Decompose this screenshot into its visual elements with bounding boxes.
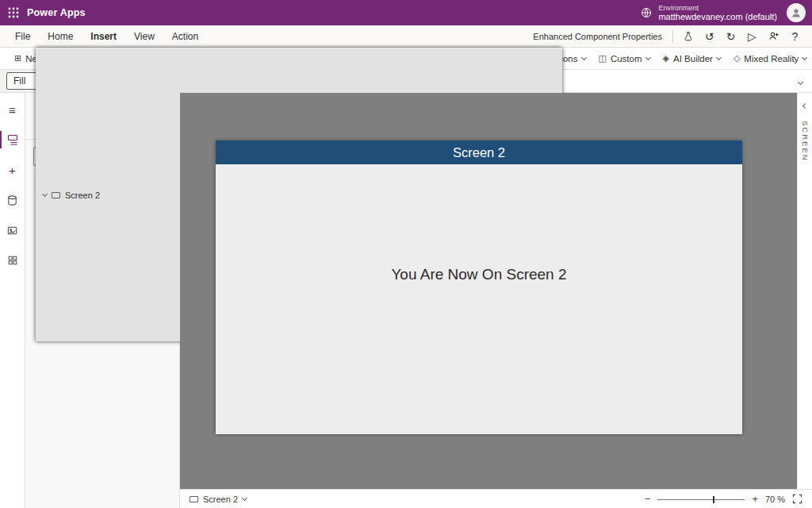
zoom-slider-handle[interactable] <box>713 496 714 503</box>
screen-selector-value: Screen 2 <box>203 495 238 504</box>
menu-item-insert[interactable]: Insert <box>82 31 125 42</box>
zoom-level: 70 % <box>765 495 785 504</box>
custom-icon: ◫ <box>599 53 607 64</box>
redo-icon[interactable]: ↻ <box>720 26 741 47</box>
ribbon-label: Mixed Reality <box>744 54 799 64</box>
rail-insert-plus-icon[interactable]: + <box>0 160 25 180</box>
chevron-down-icon <box>798 79 803 85</box>
environment-label: Environment <box>658 4 777 12</box>
new-screen-icon: ⊞ <box>14 53 21 64</box>
enhanced-component-properties-text: Enhanced Component Properties <box>533 32 662 41</box>
tree-view-panel: Tree view ✕ Screens Components ⊞ App <box>25 93 180 508</box>
chevron-down-icon <box>645 54 651 60</box>
menu-item-home[interactable]: Home <box>39 31 82 42</box>
tree-item-label: Screen 2 <box>65 190 100 200</box>
fit-to-screen-icon[interactable] <box>792 494 802 504</box>
top-app-bar: Power Apps Environment matthewdevaney.co… <box>0 0 812 25</box>
person-add-icon <box>768 30 779 42</box>
left-icon-rail: ≡ + <box>0 93 25 508</box>
status-bar: Screen 2 − + 70 % <box>180 489 812 508</box>
divider <box>672 30 673 43</box>
rail-hamburger-icon[interactable]: ≡ <box>0 99 25 120</box>
tree-items: ⊞ App Screen 1 ◫ cmp_Screen1_PopUpMenu ✎… <box>25 171 179 294</box>
environment-icon <box>640 6 653 19</box>
rail-data-icon[interactable] <box>0 190 25 210</box>
environment-picker[interactable]: Environment matthewdevaney.com (default) <box>640 4 777 22</box>
play-preview-icon[interactable]: ▷ <box>741 26 763 47</box>
grid-tools-icon <box>7 255 18 266</box>
ribbon-label: Custom <box>611 54 642 64</box>
waffle-icon <box>8 7 19 18</box>
chevron-down-icon <box>716 54 722 60</box>
menu-bar: File Home Insert View Action Enhanced Co… <box>0 25 812 48</box>
tree-view-icon <box>6 133 19 146</box>
user-avatar[interactable] <box>787 3 806 22</box>
person-icon <box>790 6 802 19</box>
zoom-out-button[interactable]: − <box>645 493 651 505</box>
rail-media-icon[interactable] <box>0 220 25 241</box>
zoom-slider-track <box>657 499 745 500</box>
ribbon-mixed-reality[interactable]: ◇ Mixed Reality <box>727 48 812 69</box>
image-icon <box>6 225 18 237</box>
chevron-down-icon[interactable] <box>42 190 48 196</box>
ai-builder-icon: ◈ <box>663 53 669 64</box>
rail-advanced-tools-icon[interactable] <box>0 250 25 271</box>
formula-bar-expand-chevron[interactable] <box>799 75 802 87</box>
chevron-down-icon <box>802 54 807 60</box>
app-title: Power Apps <box>27 7 86 18</box>
help-button[interactable]: ? <box>784 26 806 47</box>
screen-selector[interactable]: Screen 2 <box>190 495 247 504</box>
chevron-down-icon <box>242 495 247 500</box>
undo-icon[interactable]: ↺ <box>699 26 720 47</box>
screen-icon <box>52 192 60 198</box>
menu-item-view[interactable]: View <box>125 31 163 42</box>
screen-icon <box>190 496 198 502</box>
menu-item-file[interactable]: File <box>6 31 39 42</box>
ribbon-custom[interactable]: ◫ Custom <box>592 48 657 69</box>
zoom-in-button[interactable]: + <box>752 493 758 505</box>
zoom-controls: − + 70 % <box>645 493 802 505</box>
screen2-titlebar-label[interactable]: Screen 2 <box>216 140 742 164</box>
ribbon-ai-builder[interactable]: ◈ AI Builder <box>657 48 727 69</box>
zoom-value: 70 <box>765 495 775 504</box>
database-icon <box>6 194 18 206</box>
flask-icon <box>683 31 694 42</box>
property-selector-value: Fill <box>13 75 25 87</box>
canvas-screen2[interactable]: Screen 2 You Are Now On Screen 2 <box>216 140 742 434</box>
ribbon-label: AI Builder <box>673 54 713 64</box>
menu-item-action[interactable]: Action <box>163 31 207 42</box>
waffle-menu-icon[interactable] <box>0 0 27 25</box>
right-properties-panel-collapsed[interactable]: SCREEN <box>797 93 812 489</box>
zoom-slider[interactable] <box>657 495 745 504</box>
zoom-percent-sign: % <box>777 495 785 504</box>
mixed-reality-icon: ◇ <box>733 53 740 64</box>
screen2-body-label[interactable]: You Are Now On Screen 2 <box>216 266 742 283</box>
chevron-left-icon[interactable] <box>802 103 807 109</box>
experiment-flask-icon[interactable] <box>677 26 699 47</box>
environment-value: matthewdevaney.com (default) <box>658 12 777 22</box>
share-person-add-icon[interactable] <box>763 26 784 47</box>
canvas-stage[interactable]: Screen 2 You Are Now On Screen 2 <box>180 93 797 489</box>
rail-tree-view-icon[interactable] <box>0 129 25 150</box>
chevron-down-icon <box>580 54 586 60</box>
right-panel-label: SCREEN <box>801 121 810 162</box>
